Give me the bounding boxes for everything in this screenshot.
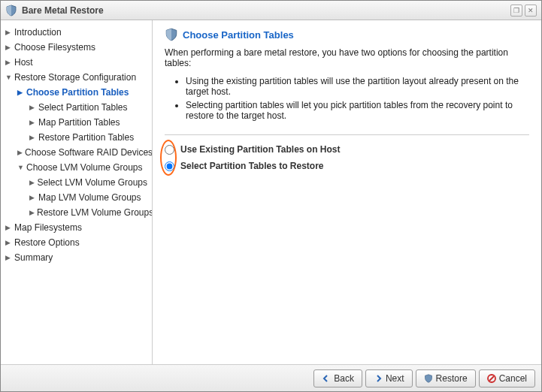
chevron-right-icon: ▶ <box>5 237 12 249</box>
button-label: Back <box>334 373 354 384</box>
back-button[interactable]: Back <box>313 369 362 387</box>
radio-group: Use Existing Partition Tables on Host Se… <box>165 144 529 177</box>
option-select-to-restore[interactable]: Select Partition Tables to Restore <box>165 161 529 171</box>
close-button[interactable]: ✕ <box>525 5 537 17</box>
maximize-button[interactable]: ❐ <box>510 5 522 17</box>
sidebar-item-restore-lvm-groups[interactable]: ▶Restore LVM Volume Groups <box>1 205 152 220</box>
chevron-down-icon: ▼ <box>17 161 24 173</box>
sidebar-item-label: Restore Storage Configuration <box>14 71 136 83</box>
option-use-existing[interactable]: Use Existing Partition Tables on Host <box>165 144 529 155</box>
wizard-sidebar: ▶Introduction ▶Choose Filesystems ▶Host … <box>1 20 153 364</box>
dialog-body: ▶Introduction ▶Choose Filesystems ▶Host … <box>1 20 541 364</box>
sidebar-item-label: Choose Software RAID Devices <box>25 146 153 158</box>
sidebar-item-introduction[interactable]: ▶Introduction <box>1 25 152 40</box>
sidebar-item-label: Choose Partition Tables <box>26 86 129 98</box>
sidebar-item-label: Introduction <box>14 26 62 38</box>
cancel-button[interactable]: Cancel <box>479 369 535 387</box>
chevron-right-icon: ▶ <box>17 146 23 158</box>
sidebar-item-label: Restore LVM Volume Groups <box>37 207 153 219</box>
window-title: Bare Metal Restore <box>22 5 508 16</box>
bullet-item: Using the existing partition tables will… <box>186 76 529 97</box>
chevron-right-icon: ▶ <box>29 207 35 219</box>
chevron-right-icon: ▶ <box>29 116 36 128</box>
title-bar: Bare Metal Restore ❐ ✕ <box>1 1 541 20</box>
chevron-right-icon: ▶ <box>5 26 12 38</box>
sidebar-item-label: Select Partition Tables <box>38 101 128 113</box>
divider <box>165 134 529 135</box>
restore-button[interactable]: Restore <box>416 369 476 387</box>
sidebar-item-select-partition-tables[interactable]: ▶Select Partition Tables <box>1 100 152 115</box>
sidebar-item-map-filesystems[interactable]: ▶Map Filesystems <box>1 220 152 235</box>
cancel-icon <box>487 374 496 383</box>
description-bullets: Using the existing partition tables will… <box>186 76 529 124</box>
chevron-right-icon: ▶ <box>29 131 36 143</box>
button-label: Cancel <box>499 373 527 384</box>
sidebar-item-host[interactable]: ▶Host <box>1 55 152 70</box>
content-header: Choose Partition Tables <box>165 28 529 41</box>
sidebar-item-restore-partition-tables[interactable]: ▶Restore Partition Tables <box>1 130 152 145</box>
sidebar-item-label: Host <box>14 56 33 68</box>
arrow-right-icon <box>374 374 383 383</box>
sidebar-item-choose-filesystems[interactable]: ▶Choose Filesystems <box>1 40 152 55</box>
chevron-right-icon: ▶ <box>29 101 36 113</box>
sidebar-item-summary[interactable]: ▶Summary <box>1 250 152 265</box>
chevron-right-icon: ▶ <box>5 56 12 68</box>
chevron-right-icon: ▶ <box>5 222 12 234</box>
shield-icon <box>165 28 178 41</box>
sidebar-item-label: Choose Filesystems <box>14 41 95 53</box>
sidebar-item-select-lvm-groups[interactable]: ▶Select LVM Volume Groups <box>1 175 152 190</box>
next-button[interactable]: Next <box>365 369 413 387</box>
chevron-right-icon: ▶ <box>5 252 12 264</box>
sidebar-item-choose-raid-devices[interactable]: ▶Choose Software RAID Devices <box>1 145 152 160</box>
chevron-right-icon: ▶ <box>29 191 36 204</box>
arrow-left-icon <box>322 374 331 383</box>
sidebar-item-map-lvm-groups[interactable]: ▶Map LVM Volume Groups <box>1 190 152 205</box>
sidebar-item-label: Restore Partition Tables <box>38 131 134 143</box>
sidebar-item-label: Map Filesystems <box>14 222 82 234</box>
chevron-right-icon: ▶ <box>17 86 24 98</box>
shield-icon <box>424 374 433 383</box>
content-pane: Choose Partition Tables When performing … <box>153 20 541 364</box>
sidebar-item-label: Select LVM Volume Groups <box>37 176 147 188</box>
sidebar-item-choose-lvm-groups[interactable]: ▼Choose LVM Volume Groups <box>1 160 152 175</box>
sidebar-item-restore-options[interactable]: ▶Restore Options <box>1 235 152 250</box>
chevron-down-icon: ▼ <box>5 71 12 83</box>
dialog-footer: Back Next Restore Cancel <box>1 364 541 391</box>
chevron-right-icon: ▶ <box>29 176 35 188</box>
sidebar-item-label: Choose LVM Volume Groups <box>26 161 143 173</box>
button-label: Restore <box>436 373 468 384</box>
radio-use-existing[interactable] <box>165 145 174 155</box>
chevron-right-icon: ▶ <box>5 41 12 53</box>
page-title: Choose Partition Tables <box>183 29 294 41</box>
sidebar-item-choose-partition-tables[interactable]: ▶Choose Partition Tables <box>1 85 152 100</box>
radio-select-to-restore[interactable] <box>165 161 174 171</box>
sidebar-item-label: Map LVM Volume Groups <box>38 191 141 204</box>
option-label: Use Existing Partition Tables on Host <box>180 144 340 155</box>
description-text: When performing a bare metal restore, yo… <box>165 47 529 68</box>
shield-icon <box>5 5 17 17</box>
dialog-window: Bare Metal Restore ❐ ✕ ▶Introduction ▶Ch… <box>0 0 542 392</box>
button-label: Next <box>386 373 404 384</box>
sidebar-item-label: Summary <box>14 252 53 264</box>
sidebar-item-label: Map Partition Tables <box>38 116 120 128</box>
svg-line-1 <box>489 376 494 381</box>
sidebar-item-restore-storage-config[interactable]: ▼Restore Storage Configuration <box>1 70 152 85</box>
sidebar-item-label: Restore Options <box>14 237 80 249</box>
option-label: Select Partition Tables to Restore <box>180 161 324 171</box>
sidebar-item-map-partition-tables[interactable]: ▶Map Partition Tables <box>1 115 152 130</box>
bullet-item: Selecting partition tables will let you … <box>186 100 529 121</box>
